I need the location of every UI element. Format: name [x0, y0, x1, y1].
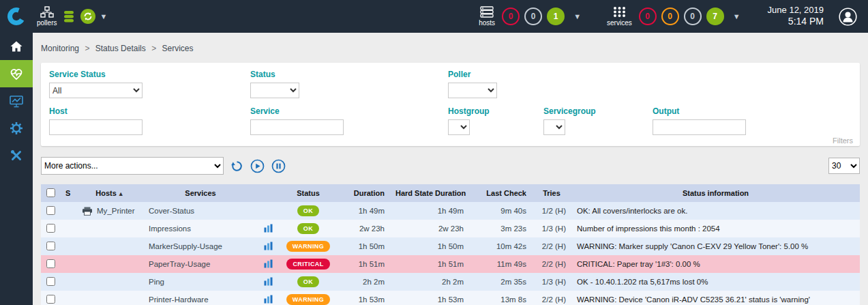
centreon-logo[interactable]: [0, 0, 33, 33]
host-name[interactable]: My_Printer: [97, 207, 135, 215]
services-chevron-down-icon[interactable]: ▼: [733, 12, 740, 20]
table-row[interactable]: Ping OK 2h 2m 2h 2m 2m 35s 1/3 (H) OK - …: [41, 273, 860, 291]
service-counter-ok[interactable]: 7: [706, 8, 724, 25]
service-name[interactable]: MarkerSupply-Usage: [143, 237, 258, 255]
severity-cell: [60, 273, 76, 291]
host-counter-up[interactable]: 1: [547, 8, 565, 25]
status-badge: WARNING: [286, 241, 330, 252]
page-size-select[interactable]: 30: [828, 158, 860, 174]
hard-duration-cell: 1h 53m: [390, 291, 469, 305]
refresh-button[interactable]: [230, 160, 243, 173]
sidebar-item-administration[interactable]: [0, 142, 33, 169]
status-badge: CRITICAL: [286, 259, 329, 270]
graph-icon[interactable]: [264, 259, 273, 268]
service-counter-unknown[interactable]: 0: [684, 8, 702, 25]
sidebar-item-configuration[interactable]: [0, 115, 33, 142]
more-actions-select[interactable]: More actions...: [41, 157, 224, 175]
tries-cell: 2/2 (H): [532, 237, 571, 255]
hosts-chevron-down-icon[interactable]: ▼: [573, 12, 581, 20]
clock: June 12, 2019 5:14 PM: [768, 5, 824, 28]
status-badge: OK: [297, 223, 319, 234]
table-row[interactable]: Printer-Hardware WARNING 1h 53m 1h 53m 1…: [41, 291, 860, 305]
table-row[interactable]: PaperTray-Usage CRITICAL 1h 51m 1h 51m 1…: [41, 255, 860, 273]
last-check-cell: 3m 23s: [469, 220, 532, 237]
select-all-checkbox[interactable]: [46, 188, 55, 197]
status-info-cell: OK - 10.40.1.202 rta 5,617ms lost 0%: [571, 273, 860, 291]
duration-cell: 1h 51m: [338, 255, 390, 273]
graph-icon[interactable]: [264, 295, 273, 304]
sidebar-item-monitoring[interactable]: [0, 60, 33, 87]
row-checkbox[interactable]: [46, 277, 55, 286]
hosts-label: hosts: [479, 19, 495, 27]
tries-cell: 1/3 (H): [532, 273, 571, 291]
col-services[interactable]: Services: [143, 184, 258, 202]
pollers-menu[interactable]: pollers: [37, 6, 57, 27]
col-status-information[interactable]: Status information: [571, 184, 860, 202]
hosts-menu[interactable]: hosts: [479, 6, 495, 27]
table-row[interactable]: Impressions OK 2w 23h 2w 23h 3m 23s 1/3 …: [41, 220, 860, 237]
service-status-select[interactable]: All: [49, 83, 143, 98]
row-checkbox[interactable]: [46, 295, 55, 304]
host-label: Host: [49, 106, 250, 116]
col-last-check[interactable]: Last Check: [469, 184, 532, 202]
col-severity[interactable]: S: [60, 184, 76, 202]
services-table: S Hosts▲ Services Status Duration Hard S…: [41, 184, 860, 305]
hostgroup-select[interactable]: [448, 119, 470, 135]
duration-cell: 2h 2m: [338, 273, 390, 291]
service-input[interactable]: [250, 119, 344, 135]
service-counter-critical[interactable]: 0: [639, 8, 657, 25]
status-info-cell: WARNING: Marker supply 'Canon C-EXV 29 Y…: [571, 237, 860, 255]
services-menu[interactable]: services: [607, 6, 632, 27]
breadcrumb-monitoring[interactable]: Monitoring: [41, 44, 79, 53]
service-name[interactable]: Impressions: [143, 220, 258, 237]
graph-icon[interactable]: [264, 224, 273, 233]
service-name[interactable]: PaperTray-Usage: [143, 255, 258, 273]
severity-cell: [60, 220, 76, 237]
service-name[interactable]: Ping: [143, 273, 258, 291]
col-duration[interactable]: Duration: [338, 184, 390, 202]
status-select[interactable]: [250, 83, 299, 98]
row-checkbox[interactable]: [46, 206, 55, 215]
sidebar-item-reporting[interactable]: [0, 87, 33, 115]
hosts-status-group: hosts 001 ▼: [475, 6, 585, 27]
tries-cell: 1/2 (H): [532, 202, 571, 220]
servicegroup-select[interactable]: [543, 119, 565, 135]
row-checkbox[interactable]: [46, 224, 55, 233]
current-time: 5:14 PM: [768, 16, 824, 28]
play-button[interactable]: [250, 159, 265, 173]
col-hard-state-duration[interactable]: Hard State Duration: [390, 184, 469, 202]
user-menu[interactable]: [839, 8, 857, 26]
service-counter-warning[interactable]: 0: [661, 8, 679, 25]
pollers-icon: [40, 6, 54, 18]
graph-icon[interactable]: [264, 277, 273, 286]
col-hosts[interactable]: Hosts▲: [76, 184, 143, 202]
breadcrumb-services[interactable]: Services: [162, 44, 193, 53]
breadcrumb-status-details[interactable]: Status Details: [95, 44, 146, 53]
host-input[interactable]: [49, 119, 143, 135]
output-input[interactable]: [653, 119, 746, 135]
col-tries[interactable]: Tries: [532, 184, 571, 202]
chevron-down-icon[interactable]: ▼: [100, 12, 107, 20]
poller-status-group[interactable]: pollers ▼: [33, 6, 111, 27]
graph-icon[interactable]: [264, 242, 273, 250]
pause-button[interactable]: [271, 159, 286, 173]
pause-icon: [271, 159, 286, 173]
host-counter-unreachable[interactable]: 0: [524, 8, 542, 25]
current-date: June 12, 2019: [768, 5, 824, 16]
col-status[interactable]: Status: [278, 184, 338, 202]
report-chart-icon: [10, 95, 23, 108]
poller-select[interactable]: [448, 83, 497, 98]
service-label: Service: [250, 106, 448, 116]
centreon-logo-icon: [7, 7, 26, 26]
service-name[interactable]: Cover-Status: [143, 202, 258, 220]
poller-label: Poller: [448, 70, 543, 79]
sort-asc-icon: ▲: [118, 190, 124, 197]
table-row[interactable]: MarkerSupply-Usage WARNING 1h 50m 1h 50m…: [41, 237, 860, 255]
row-checkbox[interactable]: [46, 259, 55, 268]
host-counter-down[interactable]: 0: [502, 8, 520, 25]
service-name[interactable]: Printer-Hardware: [143, 291, 258, 305]
row-checkbox[interactable]: [46, 242, 55, 250]
play-icon: [250, 159, 265, 173]
sidebar-item-home[interactable]: [0, 33, 33, 60]
table-row[interactable]: My_Printer Cover-Status OK 1h 49m 1h 49m…: [41, 202, 860, 220]
